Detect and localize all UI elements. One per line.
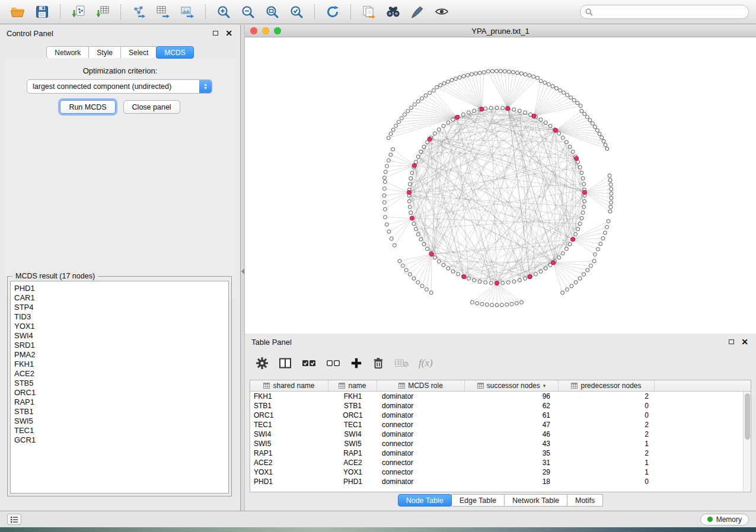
network-leaf-node[interactable] (515, 302, 518, 305)
table-row[interactable]: SWI4 SWI4 dominator 46 2 (250, 430, 751, 439)
network-leaf-node[interactable] (439, 84, 442, 87)
table-row[interactable]: PHD1 PHD1 dominator 18 0 (250, 477, 751, 486)
network-leaf-node[interactable] (608, 178, 612, 182)
cell-successor-nodes[interactable]: 62 (465, 401, 559, 411)
network-node[interactable] (564, 140, 568, 144)
network-leaf-node[interactable] (570, 284, 573, 288)
network-leaf-node[interactable] (499, 69, 502, 73)
tab-motifs[interactable]: Motifs (567, 494, 603, 507)
network-leaf-node[interactable] (391, 148, 395, 151)
cell-mcds-role[interactable]: connector (377, 420, 465, 430)
network-leaf-node[interactable] (608, 210, 612, 213)
zoom-fit-button[interactable] (261, 2, 283, 21)
cell-name[interactable]: ACE2 (328, 458, 377, 467)
mcds-result-item[interactable]: YOX1 (11, 322, 228, 331)
search-input[interactable] (596, 8, 744, 16)
export-network-button[interactable] (128, 2, 149, 21)
network-node[interactable] (489, 106, 493, 110)
network-leaf-node[interactable] (394, 124, 398, 127)
maximize-window-button[interactable] (274, 27, 281, 34)
network-dominator-node[interactable] (455, 116, 459, 120)
cell-successor-nodes[interactable]: 61 (465, 411, 559, 420)
network-leaf-node[interactable] (420, 97, 424, 100)
network-leaf-node[interactable] (387, 159, 390, 162)
float-panel-button[interactable] (210, 28, 220, 38)
network-leaf-node[interactable] (486, 70, 490, 73)
network-dominator-node[interactable] (480, 107, 484, 111)
network-node[interactable] (433, 256, 436, 259)
network-leaf-node[interactable] (403, 113, 407, 116)
network-leaf-node[interactable] (401, 264, 404, 268)
network-node[interactable] (446, 267, 450, 270)
network-leaf-node[interactable] (387, 230, 391, 233)
network-titlebar[interactable]: YPA_prune.txt_1 (245, 25, 756, 37)
network-node[interactable] (544, 121, 547, 124)
network-dominator-node[interactable] (412, 164, 416, 168)
network-leaf-node[interactable] (562, 91, 566, 94)
network-node[interactable] (512, 280, 516, 283)
cell-mcds-role[interactable]: connector (377, 458, 465, 467)
cell-shared-name[interactable]: SWI5 (250, 439, 328, 448)
cell-name[interactable]: FKH1 (328, 392, 377, 401)
network-leaf-node[interactable] (503, 69, 506, 73)
memory-button[interactable]: Memory (700, 514, 749, 525)
network-leaf-node[interactable] (383, 180, 387, 184)
network-leaf-node[interactable] (462, 75, 465, 78)
network-leaf-node[interactable] (520, 300, 524, 304)
network-leaf-node[interactable] (454, 77, 458, 81)
network-leaf-node[interactable] (382, 187, 386, 190)
cell-successor-nodes[interactable]: 31 (465, 458, 559, 467)
network-leaf-node[interactable] (574, 281, 578, 284)
network-leaf-node[interactable] (595, 129, 599, 132)
network-leaf-node[interactable] (432, 89, 435, 92)
network-node[interactable] (484, 281, 487, 284)
network-leaf-node[interactable] (582, 273, 586, 276)
network-node[interactable] (568, 145, 572, 149)
network-leaf-node[interactable] (591, 121, 594, 125)
network-leaf-node[interactable] (610, 192, 613, 196)
network-node[interactable] (484, 107, 487, 110)
network-leaf-node[interactable] (519, 72, 523, 75)
network-leaf-node[interactable] (524, 73, 527, 76)
network-leaf-node[interactable] (569, 96, 573, 100)
tab-edge-table[interactable]: Edge Table (451, 494, 505, 507)
network-leaf-node[interactable] (551, 85, 554, 88)
table-row[interactable]: STB1 STB1 dominator 62 0 (250, 401, 751, 411)
network-leaf-node[interactable] (579, 104, 582, 108)
cell-name[interactable]: RAP1 (328, 448, 377, 458)
mcds-result-item[interactable]: STB5 (11, 379, 228, 388)
network-node[interactable] (534, 273, 538, 276)
cell-successor-nodes[interactable]: 46 (465, 430, 559, 439)
network-leaf-node[interactable] (528, 73, 531, 77)
network-node[interactable] (580, 171, 583, 175)
mcds-result-item[interactable]: PMA2 (11, 350, 228, 360)
refresh-button[interactable] (322, 2, 343, 21)
panel-splitter[interactable] (241, 25, 245, 511)
network-node[interactable] (524, 111, 527, 114)
network-node[interactable] (578, 165, 582, 169)
network-leaf-node[interactable] (389, 153, 393, 156)
network-leaf-node[interactable] (604, 231, 607, 235)
mcds-result-item[interactable]: ORC1 (11, 388, 228, 398)
network-node[interactable] (548, 124, 552, 128)
network-node[interactable] (412, 222, 416, 226)
network-dominator-node[interactable] (528, 275, 532, 279)
network-node[interactable] (409, 177, 413, 180)
network-node[interactable] (578, 222, 582, 226)
network-leaf-node[interactable] (410, 106, 413, 110)
mcds-result-item[interactable]: TEC1 (11, 426, 228, 435)
network-leaf-node[interactable] (600, 136, 604, 139)
network-leaf-node[interactable] (382, 194, 386, 197)
cell-successor-nodes[interactable]: 35 (465, 448, 559, 458)
network-leaf-node[interactable] (390, 237, 393, 241)
network-leaf-node[interactable] (412, 277, 416, 280)
network-leaf-node[interactable] (424, 94, 428, 97)
network-leaf-node[interactable] (429, 291, 433, 294)
network-leaf-node[interactable] (602, 139, 605, 143)
tab-mcds[interactable]: MCDS (156, 46, 193, 59)
cell-name[interactable]: SWI5 (328, 439, 377, 448)
network-leaf-node[interactable] (561, 291, 564, 294)
network-dominator-node[interactable] (571, 237, 575, 241)
zoom-in-button[interactable] (213, 2, 234, 21)
network-node[interactable] (501, 106, 505, 110)
